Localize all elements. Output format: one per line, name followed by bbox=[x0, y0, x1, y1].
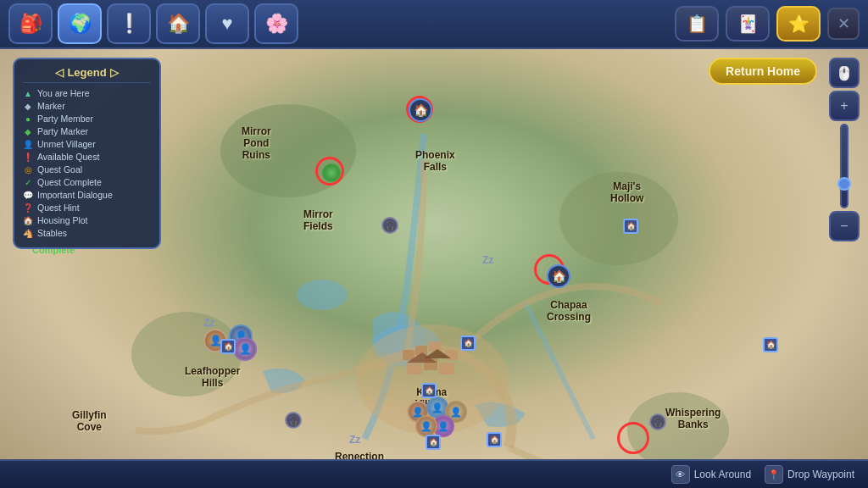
heart-tab[interactable]: ♥ bbox=[205, 3, 249, 44]
you-are-here-icon: ▲ bbox=[23, 89, 33, 98]
legend-label-marker: Marker bbox=[37, 101, 65, 111]
legend-label-quest-hint: Quest Hint bbox=[37, 202, 80, 213]
map-tab[interactable]: 🌍 bbox=[58, 3, 102, 44]
bottom-bar: 👁 Look Around 📍 Drop Waypoint bbox=[0, 459, 868, 488]
look-around-label: Look Around bbox=[694, 469, 751, 480]
legend-label-available-quest: Available Quest bbox=[37, 152, 99, 162]
svg-rect-11 bbox=[428, 341, 442, 352]
small-house-4[interactable]: 🏠 bbox=[421, 383, 437, 398]
drop-waypoint-action[interactable]: 📍 Drop Waypoint bbox=[765, 465, 854, 484]
plant-marker-1[interactable] bbox=[322, 164, 341, 182]
headphone-marker-2[interactable]: 🎧 bbox=[285, 412, 302, 429]
quest-goal-icon: ◎ bbox=[23, 165, 33, 175]
svg-point-6 bbox=[627, 392, 729, 469]
npc-marker-3[interactable]: 👤 bbox=[233, 337, 257, 361]
small-house-5[interactable]: 🏠 bbox=[426, 435, 441, 450]
svg-rect-13 bbox=[445, 350, 458, 360]
party-marker-icon: ◆ bbox=[23, 127, 33, 136]
legend-item-quest-complete: ✓ Quest Complete bbox=[23, 177, 151, 187]
small-house-6[interactable]: 🏠 bbox=[487, 432, 502, 447]
legend-item-unmet-villager: 👤 Unmet Villager bbox=[23, 139, 151, 149]
return-home-button[interactable]: Return Home bbox=[709, 58, 817, 85]
legend-label-unmet-villager: Unmet Villager bbox=[37, 139, 96, 149]
available-quest-icon: ❗ bbox=[23, 152, 33, 162]
home-tab[interactable]: 🏠 bbox=[156, 3, 200, 44]
top-navigation: 🎒 🌍 ❕ 🏠 ♥ 🌸 📋 🃏 ⭐ ✕ bbox=[0, 0, 868, 49]
drop-waypoint-label: Drop Waypoint bbox=[787, 469, 854, 480]
legend-item-quest-hint: ❓ Quest Hint bbox=[23, 202, 151, 213]
legend-title: ◁ Legend ▷ bbox=[23, 66, 151, 83]
legend-title-text: Legend bbox=[67, 66, 106, 79]
legend-label-important-dialogue: Important Dialogue bbox=[37, 190, 113, 200]
zoom-handle[interactable] bbox=[837, 177, 851, 191]
legend-label-stables: Stables bbox=[37, 228, 67, 238]
legend-label-quest-complete: Quest Complete bbox=[37, 177, 102, 187]
party-member-icon: ● bbox=[23, 114, 33, 124]
small-house-1[interactable]: 🏠 bbox=[220, 339, 236, 354]
svg-point-2 bbox=[220, 104, 356, 197]
unmet-villager-icon: 👤 bbox=[23, 140, 33, 149]
legend-item-important-dialogue: 💬 Important Dialogue bbox=[23, 190, 151, 200]
headphone-marker-3[interactable]: 🎧 bbox=[649, 413, 666, 430]
backpack-tab[interactable]: 🎒 bbox=[8, 3, 53, 44]
look-around-action[interactable]: 👁 Look Around bbox=[671, 465, 751, 484]
cards-button[interactable]: 🃏 bbox=[726, 6, 770, 42]
journal-button[interactable]: 📋 bbox=[675, 6, 719, 42]
zoom-slider[interactable] bbox=[840, 124, 849, 208]
quest-complete-icon: ✓ bbox=[23, 178, 33, 187]
legend-label-here: You are Here bbox=[37, 88, 90, 98]
flower-tab[interactable]: 🌸 bbox=[254, 3, 298, 44]
drop-waypoint-icon: 📍 bbox=[765, 465, 783, 484]
small-house-7[interactable]: 🏠 bbox=[763, 337, 778, 352]
svg-point-4 bbox=[131, 312, 242, 396]
small-house-2[interactable]: 🏠 bbox=[623, 219, 638, 234]
svg-point-1 bbox=[297, 280, 348, 310]
nav-left-icons: 🎒 🌍 ❕ 🏠 ♥ 🌸 bbox=[8, 3, 298, 44]
legend-item-marker: ◆ Marker bbox=[23, 101, 151, 111]
house-marker-chapaa[interactable]: 🏠 bbox=[547, 264, 570, 288]
sleep-marker-2: Zz bbox=[482, 254, 493, 266]
legend-item-party-member: ● Party Member bbox=[23, 114, 151, 124]
svg-rect-9 bbox=[439, 363, 454, 374]
legend-item-available-quest: ❗ Available Quest bbox=[23, 152, 151, 162]
legend-label-party-member: Party Member bbox=[37, 114, 93, 124]
stables-icon: 🐴 bbox=[23, 229, 33, 238]
legend-item-party-marker: ◆ Party Marker bbox=[23, 126, 151, 136]
house-marker-1[interactable]: 🏠 bbox=[409, 98, 432, 122]
legend-item-here: ▲ You are Here bbox=[23, 88, 151, 98]
legend-arrow-right: ▷ bbox=[110, 66, 119, 79]
star-button[interactable]: ⭐ bbox=[776, 6, 821, 42]
legend-label-quest-goal: Quest Goal bbox=[37, 164, 82, 175]
svg-rect-7 bbox=[407, 363, 422, 374]
svg-rect-12 bbox=[403, 350, 415, 360]
quest-tab[interactable]: ❕ bbox=[107, 3, 151, 44]
mouse-icon: 🖱️ bbox=[829, 58, 860, 88]
zoom-in-button[interactable]: + bbox=[829, 91, 860, 121]
legend-panel: ◁ Legend ▷ ▲ You are Here ◆ Marker ● Par… bbox=[13, 58, 161, 249]
legend-label-housing-plot: Housing Plot bbox=[37, 215, 88, 225]
legend-label-party-marker: Party Marker bbox=[37, 126, 88, 136]
housing-plot-icon: 🏠 bbox=[23, 216, 33, 225]
important-dialogue-icon: 💬 bbox=[23, 191, 33, 200]
close-button[interactable]: ✕ bbox=[827, 8, 860, 40]
legend-item-housing-plot: 🏠 Housing Plot bbox=[23, 215, 151, 225]
svg-point-3 bbox=[559, 172, 678, 265]
legend-item-stables: 🐴 Stables bbox=[23, 228, 151, 238]
sleep-marker-3: Zz bbox=[349, 434, 360, 446]
small-house-3[interactable]: 🏠 bbox=[460, 336, 476, 351]
legend-arrow-left: ◁ bbox=[55, 66, 64, 79]
nav-right-icons: 📋 🃏 ⭐ ✕ bbox=[675, 6, 860, 42]
sleep-marker-1: Zz bbox=[203, 317, 214, 329]
map-container[interactable]: MirrorPondRuins PhoenixFalls MirrorField… bbox=[0, 49, 868, 488]
legend-item-quest-goal: ◎ Quest Goal bbox=[23, 164, 151, 175]
quest-hint-icon: ❓ bbox=[23, 203, 33, 213]
look-around-icon: 👁 bbox=[671, 465, 690, 484]
zoom-out-button[interactable]: − bbox=[829, 211, 860, 241]
marker-icon: ◆ bbox=[23, 102, 33, 111]
zoom-controls: 🖱️ + − bbox=[827, 58, 861, 241]
headphone-marker-1[interactable]: 🎧 bbox=[381, 217, 398, 234]
